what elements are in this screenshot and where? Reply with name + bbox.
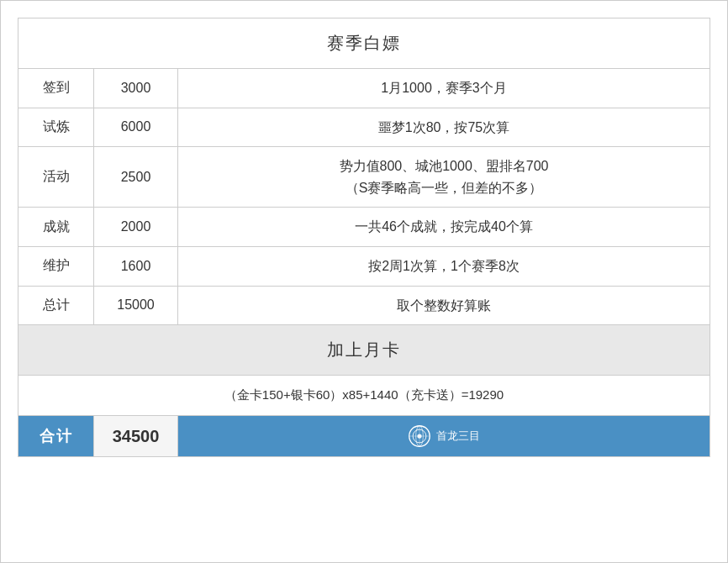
section2-title: 加上月卡	[18, 325, 710, 376]
logo-icon	[408, 424, 431, 448]
table-row: 成就 2000 一共46个成就，按完成40个算	[18, 208, 710, 247]
main-container: 赛季白嫖 签到 3000 1月1000，赛季3个月 试炼 6000 噩梦1次80…	[0, 0, 728, 563]
table-row: 活动 2500 势力值800、城池1000、盟排名700 （S赛季略高一些，但差…	[18, 147, 710, 208]
row-value-4: 1600	[94, 246, 178, 286]
row-desc-4: 按2周1次算，1个赛季8次	[178, 246, 710, 286]
row-desc-3: 一共46个成就，按完成40个算	[178, 208, 710, 247]
table-row: 签到 3000 1月1000，赛季3个月	[18, 69, 710, 108]
total-logo-cell: 首龙三目	[178, 416, 710, 457]
main-table: 赛季白嫖 签到 3000 1月1000，赛季3个月 试炼 6000 噩梦1次80…	[18, 18, 710, 457]
monthly-card-desc: （金卡150+银卡60）x85+1440（充卡送）=19290	[18, 376, 710, 416]
row-desc-5: 取个整数好算账	[178, 286, 710, 325]
row-desc-0: 1月1000，赛季3个月	[178, 69, 710, 108]
table-title: 赛季白嫖	[18, 18, 710, 69]
row-label-1: 试炼	[18, 108, 94, 147]
logo-container: 首龙三目	[190, 424, 698, 448]
row-value-0: 3000	[94, 69, 178, 108]
title-row: 赛季白嫖	[18, 18, 710, 69]
logo-text: 首龙三目	[436, 429, 480, 444]
total-row: 合计 34500 首龙三目	[18, 416, 710, 457]
row-desc-1: 噩梦1次80，按75次算	[178, 108, 710, 147]
monthly-card-row: （金卡150+银卡60）x85+1440（充卡送）=19290	[18, 376, 710, 416]
row-value-5: 15000	[94, 286, 178, 325]
row-label-3: 成就	[18, 208, 94, 247]
row-label-0: 签到	[18, 69, 94, 108]
table-row: 试炼 6000 噩梦1次80，按75次算	[18, 108, 710, 147]
row-value-3: 2000	[94, 208, 178, 247]
row-label-5: 总计	[18, 286, 94, 325]
table-row: 总计 15000 取个整数好算账	[18, 286, 710, 325]
svg-point-3	[417, 434, 421, 439]
row-label-2: 活动	[18, 147, 94, 208]
total-value: 34500	[94, 416, 178, 457]
row-value-2: 2500	[94, 147, 178, 208]
row-value-1: 6000	[94, 108, 178, 147]
row-desc-2: 势力值800、城池1000、盟排名700 （S赛季略高一些，但差的不多）	[178, 147, 710, 208]
section2-header-row: 加上月卡	[18, 325, 710, 376]
total-label: 合计	[18, 416, 94, 457]
row-label-4: 维护	[18, 246, 94, 286]
table-row: 维护 1600 按2周1次算，1个赛季8次	[18, 246, 710, 286]
